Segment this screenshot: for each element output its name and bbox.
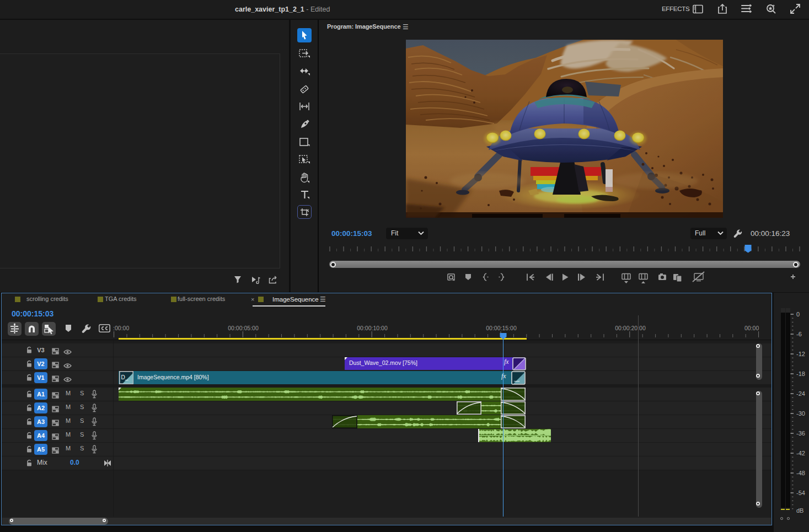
svg-text:—: — xyxy=(514,378,519,384)
svg-text:D_: D_ xyxy=(121,374,128,380)
